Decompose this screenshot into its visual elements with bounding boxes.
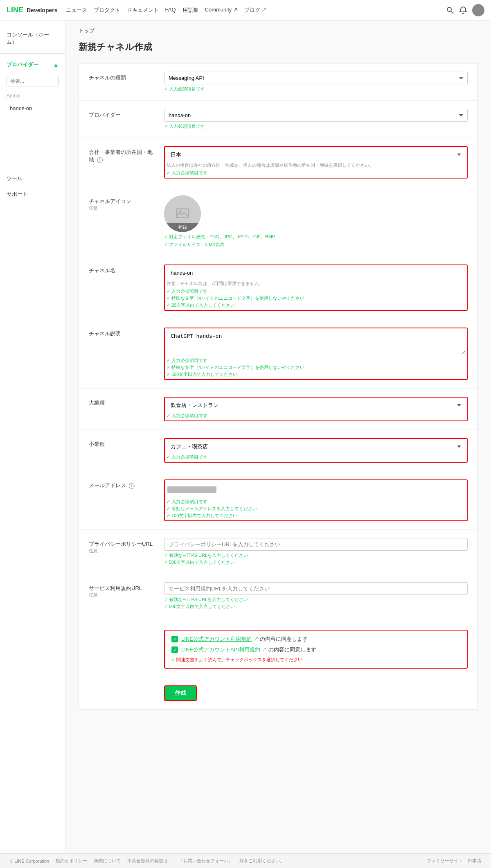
sidebar: コンソール（ホーム） プロバイダー ▲ Admin hands-on ツール サ… bbox=[0, 20, 65, 853]
label-privacy: プライバシーポリシーURL 任意 bbox=[89, 538, 154, 554]
input-email[interactable] bbox=[220, 484, 464, 495]
sidebar-item-hands-on[interactable]: hands-on bbox=[0, 102, 65, 115]
field-create-btn: 作成 bbox=[164, 685, 468, 701]
footer-family-site[interactable]: ファミリーサイト bbox=[427, 858, 463, 864]
email-input-row bbox=[167, 482, 465, 497]
select-provider[interactable]: hands-on bbox=[164, 109, 468, 122]
svg-line-1 bbox=[451, 11, 453, 14]
form-row-agreement: LINE公式アカウント利用規約 ↗ の内容に同意します LINE公式アカウントA… bbox=[79, 618, 477, 677]
field-large-category: 飲食店・レストラン 入力必須項目です bbox=[164, 397, 468, 421]
select-channel-type[interactable]: Messaging API bbox=[164, 72, 468, 84]
footer-terms[interactable]: 規約とポリシー bbox=[56, 858, 87, 864]
nav-products[interactable]: プロダクト bbox=[94, 7, 120, 14]
label-channel-type: チャネルの種類 bbox=[89, 72, 154, 81]
sidebar-divider-1 bbox=[0, 53, 65, 54]
create-button[interactable]: 作成 bbox=[164, 685, 197, 701]
checkbox-agree2[interactable] bbox=[171, 646, 178, 653]
sidebar-item-support[interactable]: サポート bbox=[0, 186, 65, 202]
icon-size-hint: ファイルサイズ：3 MB以内 bbox=[164, 242, 468, 248]
field-privacy: 有効なHTTPS URLを入力してください 500文字以内で入力してください bbox=[164, 538, 468, 565]
sidebar-search-wrap bbox=[7, 76, 59, 86]
agree1-suffix: の内容に同意します bbox=[260, 636, 308, 642]
channel-desc-highlight-wrap: 入力必須項目です 特殊な文字（4バイトのユニコード文字）を使用しないやください … bbox=[164, 328, 468, 380]
form-row-icon: チャネルアイコン 任意 登録 対応ファイル bbox=[79, 187, 477, 256]
form-row-small-category: 小業種 カフェ・喫茶店 入力必須項目です bbox=[79, 430, 477, 471]
nav-news[interactable]: ニュース bbox=[66, 7, 87, 14]
nav-faq[interactable]: FAQ bbox=[165, 7, 176, 14]
header-right bbox=[446, 4, 484, 16]
input-privacy-url[interactable] bbox=[164, 538, 468, 551]
email-validations: 入力必須項目です 有効なメールアドレスを入力してください 100文字以内で入力し… bbox=[167, 499, 465, 519]
select-large-category[interactable]: 飲食店・レストラン bbox=[167, 399, 465, 411]
label-agreement bbox=[89, 626, 154, 629]
label-email-text: メールアドレス bbox=[89, 482, 126, 488]
agree2-link[interactable]: LINE公式アカウントAPI利用規約 bbox=[181, 646, 260, 653]
user-avatar[interactable] bbox=[472, 4, 484, 16]
nav-glossary[interactable]: 用語集 bbox=[182, 7, 198, 14]
channel-name-highlight-wrap: 注意：チャネル名は、7日間は変更できません。 入力必須項目です 特殊な文字（4バ… bbox=[164, 264, 468, 311]
channel-desc-v1: 入力必須項目です bbox=[167, 357, 465, 364]
label-country: 会社・事業者の所在国・地域 i bbox=[89, 146, 154, 163]
input-tos-url[interactable] bbox=[164, 582, 468, 595]
label-tos-text: サービス利用規約URL bbox=[89, 585, 142, 591]
select-country[interactable]: 日本 bbox=[167, 149, 465, 160]
checkbox-agree1[interactable] bbox=[171, 636, 178, 642]
country-info-icon[interactable]: i bbox=[97, 157, 103, 163]
label-small-category: 小業種 bbox=[89, 438, 154, 448]
sidebar-item-console[interactable]: コンソール（ホーム） bbox=[0, 27, 65, 50]
footer: © LINE Corporation 規約とポリシー 商標について 不具合告発の… bbox=[0, 853, 491, 868]
form-section: チャネルの種類 Messaging API 入力必須項目です プロバイダー ha… bbox=[79, 63, 478, 710]
footer-report-link[interactable]: 『お問い合わせフォーム』 bbox=[179, 858, 233, 864]
email-v1: 入力必須項目です bbox=[167, 499, 465, 505]
validation-large-category: 入力必須項目です bbox=[167, 413, 465, 419]
email-info-icon[interactable]: i bbox=[129, 483, 135, 489]
label-channel-desc: チャネル説明 bbox=[89, 328, 154, 337]
field-channel-type: Messaging API 入力必須項目です bbox=[164, 72, 468, 92]
sidebar-item-provider[interactable]: プロバイダー ▲ bbox=[0, 57, 65, 72]
email-v3: 100文字以内で入力してください bbox=[167, 513, 465, 519]
channel-name-v1: 入力必須項目です bbox=[167, 288, 465, 294]
sidebar-admin-label: Admin bbox=[0, 90, 65, 102]
email-masked-value bbox=[167, 486, 216, 493]
logo-dev-text: Developers bbox=[27, 7, 57, 14]
sidebar-item-tools[interactable]: ツール bbox=[0, 171, 65, 186]
field-channel-desc: 入力必須項目です 特殊な文字（4バイトのユニコード文字）を使用しないやください … bbox=[164, 328, 468, 380]
sidebar-search-input[interactable] bbox=[7, 76, 59, 86]
checkbox-row-1: LINE公式アカウント利用規約 ↗ の内容に同意します bbox=[171, 635, 460, 643]
footer-trademark[interactable]: 商標について bbox=[94, 858, 121, 864]
agree1-link[interactable]: LINE公式アカウント利用規約 bbox=[181, 636, 252, 642]
validation-provider: 入力必須項目です bbox=[164, 123, 468, 129]
nav-docs[interactable]: ドキュメント bbox=[127, 7, 159, 14]
footer-language[interactable]: 日本語 bbox=[468, 858, 481, 864]
svg-point-0 bbox=[447, 7, 451, 11]
email-highlight-wrap: 入力必須項目です 有効なメールアドレスを入力してください 100文字以内で入力し… bbox=[164, 479, 468, 521]
bell-icon[interactable] bbox=[459, 6, 467, 14]
input-channel-name[interactable] bbox=[167, 267, 465, 279]
label-tos-optional: 任意 bbox=[89, 592, 154, 598]
field-email: 入力必須項目です 有効なメールアドレスを入力してください 100文字以内で入力し… bbox=[164, 479, 468, 521]
channel-name-v3: 20文字以内で入力してください bbox=[167, 302, 465, 308]
form-row-tos: サービス利用規約URL 任意 有効なHTTPS URLを入力してください 500… bbox=[79, 574, 477, 618]
privacy-v2: 500文字以内で入力してください bbox=[164, 559, 468, 565]
select-small-category[interactable]: カフェ・喫茶店 bbox=[167, 441, 465, 452]
form-row-channel-desc: チャネル説明 入力必須項目です 特殊な文字（4バイトのユニコード文字）を使用しな… bbox=[79, 319, 477, 389]
search-icon[interactable] bbox=[446, 6, 454, 14]
nav-blog[interactable]: ブログ ↗ bbox=[244, 7, 267, 14]
large-category-highlight-wrap: 飲食店・レストラン 入力必須項目です bbox=[164, 397, 468, 421]
form-row-create-btn: 作成 bbox=[79, 677, 477, 709]
label-icon-text: チャネルアイコン bbox=[89, 198, 131, 204]
agree1-link-icon: ↗ bbox=[253, 636, 259, 642]
icon-upload-button[interactable]: 登録 bbox=[164, 195, 201, 232]
label-channel-name: チャネル名 bbox=[89, 264, 154, 274]
form-row-provider: プロバイダー hands-on 入力必須項目です bbox=[79, 101, 477, 138]
textarea-channel-desc[interactable] bbox=[167, 330, 465, 355]
label-tos: サービス利用規約URL 任意 bbox=[89, 582, 154, 599]
field-channel-name: 注意：チャネル名は、7日間は変更できません。 入力必須項目です 特殊な文字（4バ… bbox=[164, 264, 468, 311]
header: LINE Developers ニュース プロダクト ドキュメント FAQ 用語… bbox=[0, 0, 491, 20]
label-privacy-optional: 任意 bbox=[89, 548, 154, 554]
form-row-country: 会社・事業者の所在国・地域 i 日本 法人の場合は会社の所在国・地域を、個人の場… bbox=[79, 138, 477, 187]
country-highlight-wrap: 日本 法人の場合は会社の所在国・地域を、個人の場合は店舗や居住地の所在国・地域を… bbox=[164, 146, 468, 179]
svg-point-3 bbox=[179, 210, 181, 213]
nav-community[interactable]: Community ↗ bbox=[205, 7, 238, 14]
svg-rect-2 bbox=[176, 209, 189, 218]
